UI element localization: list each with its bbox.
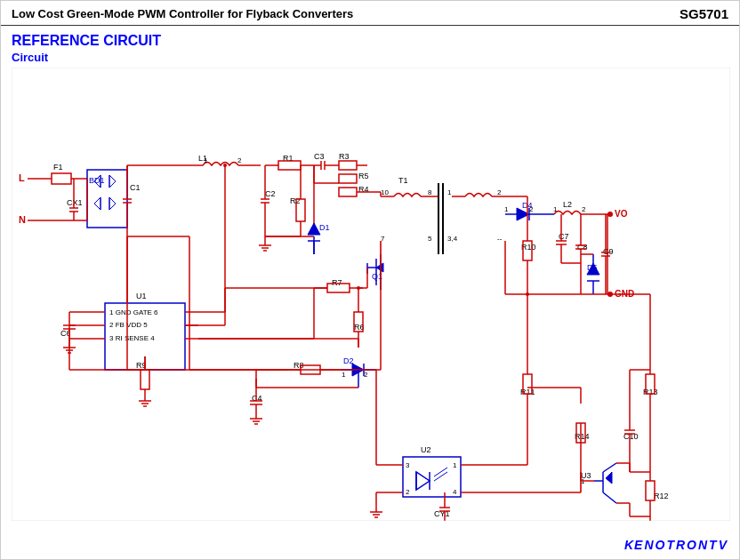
svg-text:R12: R12 [654, 492, 669, 500]
svg-text:5: 5 [428, 235, 432, 243]
svg-text:10: 10 [381, 188, 389, 196]
svg-text:--: -- [497, 235, 503, 243]
svg-point-319 [223, 164, 227, 167]
svg-text:2: 2 [237, 156, 242, 164]
svg-text:T1: T1 [398, 176, 408, 185]
svg-point-320 [526, 292, 529, 296]
page-container: Low Cost Green-Mode PWM Controller for F… [0, 0, 740, 560]
svg-text:R5: R5 [358, 172, 369, 180]
circuit-diagram: L N F1 CX1 BD1 [12, 68, 730, 521]
svg-text:2: 2 [529, 205, 534, 213]
svg-text:1: 1 [204, 156, 208, 164]
svg-text:C7: C7 [559, 232, 569, 241]
logo-k: K [624, 538, 634, 552]
section-main-title: REFERENCE CIRCUIT [12, 33, 728, 49]
svg-text:C3: C3 [314, 152, 325, 161]
svg-text:R2: R2 [290, 196, 301, 205]
svg-point-177 [607, 212, 613, 217]
svg-text:D1: D1 [319, 223, 330, 232]
svg-text:R7: R7 [332, 278, 342, 287]
svg-text:C2: C2 [265, 189, 276, 198]
svg-text:2: 2 [364, 371, 368, 379]
svg-text:F1: F1 [53, 163, 63, 172]
svg-text:CX1: CX1 [67, 198, 83, 207]
svg-text:2: 2 [582, 205, 586, 213]
svg-text:3: 3 [406, 461, 410, 469]
circuit-svg: L N F1 CX1 BD1 [12, 68, 730, 521]
svg-text:L2: L2 [563, 200, 572, 209]
svg-text:1: 1 [342, 371, 346, 379]
svg-text:2: 2 [406, 488, 410, 496]
svg-text:3,4: 3,4 [447, 235, 458, 243]
svg-text:1: 1 [504, 205, 509, 213]
header: Low Cost Green-Mode PWM Controller for F… [1, 1, 739, 26]
svg-text:U1: U1 [136, 292, 147, 300]
logo-text: ENOTRONTV [634, 538, 728, 552]
header-part-number: SG5701 [680, 6, 728, 21]
footer-logo: KENOTRONTV [624, 538, 728, 552]
svg-text:3  RI    SENSE 4: 3 RI SENSE 4 [109, 334, 155, 342]
svg-text:1: 1 [453, 461, 457, 469]
svg-text:U2: U2 [421, 445, 431, 454]
section-sub-title: Circuit [12, 51, 728, 64]
svg-text:N: N [19, 214, 26, 225]
svg-text:C9: C9 [603, 247, 614, 256]
svg-text:8: 8 [428, 188, 432, 196]
svg-text:VO: VO [615, 209, 628, 219]
svg-text:C1: C1 [130, 183, 141, 192]
svg-text:C8: C8 [577, 243, 588, 252]
svg-text:1: 1 [553, 205, 558, 213]
svg-text:R3: R3 [339, 152, 350, 161]
svg-text:2  FB    VDD   5: 2 FB VDD 5 [109, 321, 148, 329]
svg-text:4: 4 [453, 488, 457, 496]
content-area: REFERENCE CIRCUIT Circuit L N F1 CX1 [1, 26, 739, 528]
svg-text:2: 2 [497, 188, 502, 196]
svg-text:1: 1 [447, 188, 452, 196]
svg-point-318 [357, 286, 360, 290]
svg-text:L: L [19, 172, 25, 183]
svg-text:1  GND  GATE  6: 1 GND GATE 6 [109, 308, 158, 316]
header-title: Low Cost Green-Mode PWM Controller for F… [12, 7, 353, 20]
